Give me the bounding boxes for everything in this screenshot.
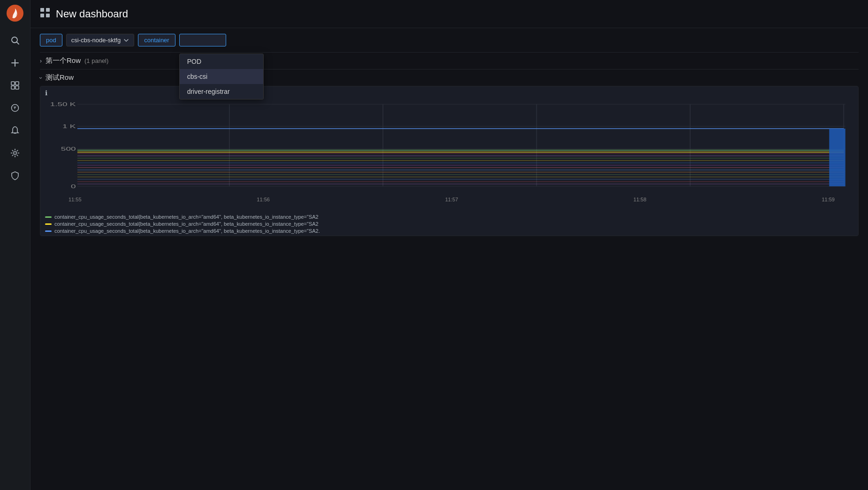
x-label-3: 11:57	[445, 197, 458, 202]
svg-rect-5	[11, 82, 15, 85]
x-label-1: 11:55	[69, 197, 82, 202]
x-label-4: 11:58	[633, 197, 647, 202]
sidebar-item-settings[interactable]	[5, 143, 25, 163]
svg-rect-6	[15, 82, 19, 85]
chart-x-labels: 11:55 11:56 11:57 11:58 11:59	[45, 195, 853, 202]
sidebar-item-security[interactable]	[5, 165, 25, 186]
row-first-chevron: ›	[40, 58, 42, 64]
dropdown-option-cbs-csi[interactable]: cbs-csi	[180, 69, 263, 84]
dropdown-option-pod[interactable]: POD	[180, 54, 263, 69]
svg-text:500: 500	[61, 146, 76, 152]
sidebar-item-search[interactable]	[5, 30, 25, 51]
svg-line-2	[17, 42, 19, 45]
panel-header: ℹ	[40, 86, 858, 100]
page-title: New dashboard	[56, 8, 128, 20]
svg-rect-8	[15, 86, 19, 89]
container-input[interactable]	[179, 34, 226, 46]
row-first-title: 第一个Row	[46, 56, 81, 65]
row-first[interactable]: › 第一个Row (1 panel)	[40, 52, 859, 69]
main-content: New dashboard pod csi-cbs-node-sktfg con…	[30, 0, 868, 490]
row-test[interactable]: › 测试Row	[40, 69, 859, 86]
chart-svg: 1.50 K 1 K 500 0	[45, 100, 853, 193]
svg-text:0: 0	[71, 184, 76, 189]
legend-item-2: container_cpu_usage_seconds_total{beta_k…	[45, 228, 853, 234]
svg-rect-13	[40, 8, 44, 12]
legend-area: container_cpu_usage_seconds_total{beta_k…	[40, 212, 858, 236]
container-dropdown-wrapper: POD cbs-csi driver-registrar	[179, 34, 226, 46]
legend-color-2	[45, 230, 52, 232]
chevron-down-icon	[123, 38, 129, 43]
legend-text-2: container_cpu_usage_seconds_total{beta_k…	[54, 228, 320, 234]
svg-text:1 K: 1 K	[62, 123, 76, 129]
svg-point-12	[14, 152, 16, 154]
pod-select-value: csi-cbs-node-sktfg	[71, 37, 121, 44]
legend-item-1: container_cpu_usage_seconds_total{beta_k…	[45, 221, 853, 227]
sidebar-item-add[interactable]	[5, 53, 25, 73]
pod-label[interactable]: pod	[40, 34, 62, 46]
legend-color-0	[45, 216, 52, 218]
page-header: New dashboard	[30, 0, 868, 28]
dropdown-option-driver-registrar[interactable]: driver-registrar	[180, 84, 263, 99]
x-label-5: 11:59	[822, 197, 835, 202]
sidebar-item-alerts[interactable]	[5, 120, 25, 141]
row-first-panel-count: (1 panel)	[84, 57, 108, 64]
dashboard-grid-icon	[40, 8, 50, 20]
svg-rect-16	[46, 14, 50, 17]
svg-rect-14	[46, 8, 50, 12]
row-test-chevron: ›	[38, 77, 44, 79]
chart-area: 1.50 K 1 K 500 0	[40, 100, 858, 212]
svg-marker-10	[14, 107, 16, 109]
dashboard-area: › 第一个Row (1 panel) › 测试Row ℹ	[30, 52, 868, 490]
svg-rect-31	[829, 129, 845, 186]
legend-text-1: container_cpu_usage_seconds_total{beta_k…	[54, 221, 319, 227]
container-label[interactable]: container	[138, 34, 175, 46]
sidebar	[0, 0, 30, 490]
x-label-2: 11:56	[257, 197, 270, 202]
panel-info-icon: ℹ	[45, 89, 47, 97]
svg-rect-7	[11, 86, 15, 89]
legend-text-0: container_cpu_usage_seconds_total{beta_k…	[54, 214, 319, 220]
pod-select[interactable]: csi-cbs-node-sktfg	[66, 34, 134, 46]
sidebar-item-explore[interactable]	[5, 98, 25, 118]
svg-text:1.50 K: 1.50 K	[50, 101, 76, 107]
row-test-title: 测试Row	[46, 73, 74, 82]
chart-panel: ℹ 1.50 K 1	[40, 86, 859, 236]
legend-color-1	[45, 223, 52, 225]
container-dropdown-menu: POD cbs-csi driver-registrar	[179, 54, 264, 100]
app-logo	[6, 4, 24, 23]
legend-item-0: container_cpu_usage_seconds_total{beta_k…	[45, 214, 853, 220]
toolbar: pod csi-cbs-node-sktfg container POD cbs…	[30, 28, 868, 52]
sidebar-item-dashboards[interactable]	[5, 75, 25, 96]
svg-rect-15	[40, 14, 44, 17]
